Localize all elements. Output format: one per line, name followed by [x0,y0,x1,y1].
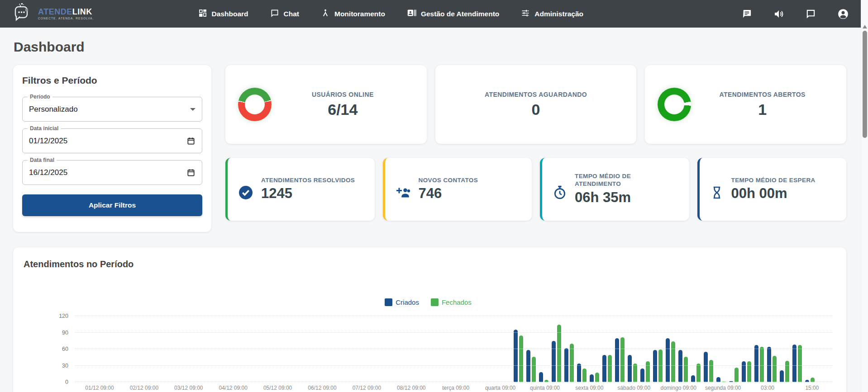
x-axis-tick: 04/12 09:00 [219,385,247,391]
main-nav: Dashboard Chat Monitoramento [198,8,583,19]
message-filled-icon[interactable] [742,9,752,19]
x-axis-tick: sexta 09:00 [575,385,603,391]
y-axis-tick: 0 [48,379,68,385]
bar-pair [678,350,688,382]
gridline [75,332,833,333]
x-axis-tick: 08/12 09:00 [397,385,425,391]
scrollbar-thumb[interactable] [863,31,867,138]
volume-icon[interactable] [773,9,784,19]
nav-label: Dashboard [212,10,248,18]
person-monitor-icon [321,9,330,19]
bar-pair [590,373,599,382]
bar-pair [552,325,561,382]
bar-fechados [785,361,789,382]
nav-item-chat[interactable]: Chat [270,9,299,19]
bar-pair [767,347,777,382]
stat-value: 06h 35m [575,189,661,206]
filters-panel: Filtros e Período Período Personalizado … [13,65,211,232]
period-label: Período [28,94,52,100]
calendar-icon[interactable] [186,168,196,177]
x-axis-tick: domingo 09:00 [660,385,696,391]
apply-filters-button[interactable]: Aplicar Filtros [22,194,202,216]
nav-item-administracao[interactable]: Administração [521,9,583,19]
stat-card-tempo-medio-atendimento: TEMPO MÉDIO DE ATENDIMENTO 06h 35m [540,158,689,221]
stat-card-novos-contatos: NOVOS CONTATOS 746 [383,158,532,221]
stat-value: 746 [419,185,478,202]
bar-pair [526,350,536,382]
bar-pair [704,352,713,382]
bar-criados [577,364,581,382]
bar-fechados [557,325,561,382]
account-circle-icon[interactable] [837,8,849,20]
stat-label: ATENDIMENTOS AGUARDANDO [448,91,624,98]
bar-pair [628,355,637,382]
stats-small-row: ATENDIMENTOS RESOLVIDOS 1245 NOVOS CONTA… [225,158,846,221]
legend-item-fechados[interactable]: Fechados [431,298,472,306]
stat-label: NOVOS CONTATOS [419,177,478,184]
users-online-donut-chart [238,88,272,121]
scrollbar-up-arrow-icon[interactable] [863,25,867,28]
bar-fechados [658,349,663,382]
end-date-input[interactable]: Data final 16/12/2025 [22,160,202,185]
x-axis-tick: segunda 09:00 [705,385,741,391]
bar-pair [564,344,574,382]
stat-label: ATENDIMENTOS RESOLVIDOS [261,177,355,184]
open-tickets-donut-chart [658,88,691,121]
x-axis-tick: terça 09:00 [442,385,469,391]
calendar-icon[interactable] [186,137,196,146]
start-date-label: Data inicial [28,125,61,132]
timer-icon [552,185,568,200]
bar-pair [615,337,625,382]
stat-card-atendimentos-abertos: ATENDIMENTOS ABERTOS 1 [645,65,846,144]
stat-label: ATENDIMENTOS ABERTOS [691,91,834,98]
bar-fechados [773,356,777,382]
chat-outline-icon[interactable] [806,9,816,19]
brand-logo[interactable]: ATENDELINK CONECTE. ATENDA. RESOLVA. [14,3,94,25]
bar-pair [666,338,675,382]
bar-criados [552,341,556,382]
x-axis-tick: 03:00 [761,385,774,391]
bar-fechados [608,355,612,382]
start-date-input[interactable]: Data inicial 01/12/2025 [22,128,202,153]
hourglass-icon [710,185,724,200]
bar-pair [577,364,587,382]
bar-fechados [734,368,739,382]
nav-label: Administração [534,10,583,18]
x-axis-tick: sábado 09:00 [617,385,650,391]
bar-criados [602,355,606,382]
x-axis-tick: quarta 09:00 [485,385,515,391]
stat-card-usuarios-online: USUÁRIOS ONLINE 6/14 [225,65,427,144]
bar-criados [704,352,708,382]
nav-item-monitoramento[interactable]: Monitoramento [321,9,385,19]
legend-item-criados[interactable]: Criados [385,298,419,306]
chart-title: Atendimentos no Período [24,259,833,269]
gridline [75,365,833,366]
bar-criados [754,345,758,382]
bar-fechados [709,360,713,382]
navbar-actions [742,8,849,20]
check-circle-icon [238,184,254,201]
stat-value: 00h 00m [731,185,816,202]
gridline [75,316,833,316]
contact-card-icon [407,8,416,19]
bar-pair [754,345,764,382]
x-axis-tick: quinta 09:00 [530,385,560,391]
end-date-value: 16/12/2025 [29,168,67,177]
tune-sliders-icon [521,9,530,19]
legend-label: Fechados [442,298,472,306]
x-axis-tick: 02/12 09:00 [130,385,158,391]
bar-criados [742,361,746,382]
gridline [75,382,833,382]
stat-card-atendimentos-resolvidos: ATENDIMENTOS RESOLVIDOS 1245 [225,158,375,221]
x-axis-tick: 07/12 09:00 [353,385,381,391]
chart-panel: Atendimentos no Período Criados Fechados… [13,247,846,392]
bar-pair [691,364,701,382]
nav-item-dashboard[interactable]: Dashboard [198,9,248,19]
stat-label: USUÁRIOS ONLINE [272,91,414,98]
vertical-scrollbar[interactable] [861,0,868,392]
stat-value: 0 [448,101,624,118]
nav-item-gestao[interactable]: Gestão de Atendimento [407,8,499,19]
bar-pair [780,361,789,382]
period-select[interactable]: Período Personalizado [22,97,202,122]
bar-criados [590,374,594,382]
